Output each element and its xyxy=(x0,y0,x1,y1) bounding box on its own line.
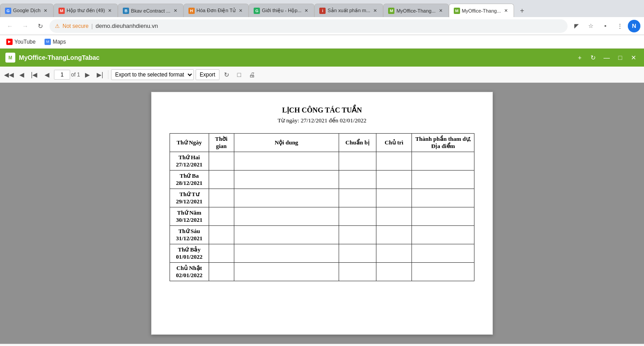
bookmark-maps[interactable]: M Maps xyxy=(42,38,68,46)
day-cell-1: Thứ Ba 28/12/2021 xyxy=(170,171,209,189)
url-separator: | xyxy=(91,22,93,29)
tab-myoffice1[interactable]: M MyOffice-Thang... ✕ xyxy=(383,4,448,17)
day-name-1: Thứ Ba xyxy=(180,172,199,179)
participants-cell-6 xyxy=(412,263,474,281)
bookmark-button[interactable]: ☆ xyxy=(585,20,597,32)
tab-close-google[interactable]: ✕ xyxy=(42,8,49,14)
tab-intro[interactable]: G Giới thiệu - Hộp... ✕ xyxy=(249,4,314,17)
browser-chrome: G Google Dịch ✕ M Hộp thư đến (49) ✕ B B… xyxy=(0,0,644,346)
export-button[interactable]: Export xyxy=(196,69,219,80)
minimize-button[interactable]: — xyxy=(602,53,612,63)
day-name-5: Thứ Bảy xyxy=(178,246,201,253)
content-cell-6 xyxy=(234,263,339,281)
new-tab-button[interactable]: + xyxy=(516,4,528,17)
tab-sanxuat[interactable]: i Sản xuất phần m... ✕ xyxy=(314,4,383,17)
extensions-button[interactable]: ▪ xyxy=(599,20,612,32)
not-secure-label: Not secure xyxy=(63,23,89,29)
bookmark-favicon-maps: M xyxy=(45,39,51,45)
document-subtitle: Từ ngày: 27/12/2021 đến 02/01/2022 xyxy=(170,117,474,124)
tab-label-myoffice2: MyOffice-Thang... xyxy=(462,8,501,13)
time-cell-3 xyxy=(209,207,234,226)
schedule-table: Thứ Ngày Thời gian Nội dung Chuẩn bị Chủ… xyxy=(170,133,474,281)
participants-cell-2 xyxy=(412,189,474,207)
url-bar[interactable]: ⚠ Not secure | demo.dieuhanhdienu.vn xyxy=(49,19,568,33)
menu-button[interactable]: ⋮ xyxy=(613,20,626,32)
fullscreen-button[interactable]: □ xyxy=(234,69,245,80)
close-button[interactable]: ✕ xyxy=(629,53,639,63)
tab-label-hoadon: Hóa Đơn Điện Tử xyxy=(197,8,236,13)
bookmark-youtube[interactable]: ▶ YouTube xyxy=(4,38,38,46)
time-cell-4 xyxy=(209,226,234,244)
tab-bkav[interactable]: B Bkav eContract ... ✕ xyxy=(118,4,183,17)
tab-close-bkav[interactable]: ✕ xyxy=(172,8,179,14)
refresh-report-button[interactable]: ↻ xyxy=(221,69,232,80)
header-chair: Chủ trì xyxy=(376,134,412,152)
tab-bar: G Google Dịch ✕ M Hộp thư đến (49) ✕ B B… xyxy=(0,0,644,17)
tab-close-gmail[interactable]: ✕ xyxy=(107,8,113,14)
tab-favicon-bkav: B xyxy=(123,8,129,14)
maximize-button[interactable]: □ xyxy=(615,53,625,63)
tab-hoadon[interactable]: H Hóa Đơn Điện Tử ✕ xyxy=(183,4,249,17)
export-format-select[interactable]: Export to the selected format PDF Excel … xyxy=(111,69,194,80)
content-area: LỊCH CÔNG TÁC TUẦN Từ ngày: 27/12/2021 đ… xyxy=(0,83,644,344)
first-page-button[interactable]: ◀◀ xyxy=(4,69,14,80)
prepare-cell-2 xyxy=(339,189,376,207)
participants-cell-0 xyxy=(412,152,474,171)
document-title: LỊCH CÔNG TÁC TUẦN xyxy=(170,106,474,114)
day-date-2: 29/12/2021 xyxy=(176,198,202,205)
forward-button[interactable]: → xyxy=(19,20,31,32)
last-page-button[interactable]: ▶| xyxy=(94,69,105,80)
first-page-button2[interactable]: |◀ xyxy=(29,69,40,80)
header-day: Thứ Ngày xyxy=(170,134,209,152)
app-title-container: M MyOffice-ThangLongTabac xyxy=(5,53,99,63)
content-cell-1 xyxy=(234,171,339,189)
profile-button[interactable]: N xyxy=(628,20,640,32)
print-button[interactable]: 🖨 xyxy=(246,69,257,80)
chair-cell-1 xyxy=(376,171,412,189)
cast-button[interactable]: ◤ xyxy=(570,20,583,32)
day-date-3: 30/12/2021 xyxy=(176,216,202,223)
tab-close-sanxuat[interactable]: ✕ xyxy=(372,8,378,14)
day-cell-6: Chủ Nhật 02/01/2022 xyxy=(170,263,209,281)
pin-button[interactable]: + xyxy=(575,53,585,63)
back-button[interactable]: ← xyxy=(4,20,16,32)
url-text: demo.dieuhanhdienu.vn xyxy=(95,22,562,29)
app-refresh-button[interactable]: ↻ xyxy=(588,53,598,63)
chair-cell-5 xyxy=(376,244,412,263)
tab-favicon-myoffice2: M xyxy=(454,8,460,14)
status-bar: /calendars/view?Id=d5f28762-0586-4403-82… xyxy=(0,344,644,346)
page-number-input[interactable] xyxy=(54,70,70,80)
participants-cell-4 xyxy=(412,226,474,244)
reload-button[interactable]: ↻ xyxy=(34,20,47,32)
tab-google-dich[interactable]: G Google Dịch ✕ xyxy=(0,4,54,17)
tab-close-hoadon[interactable]: ✕ xyxy=(237,8,244,14)
tab-close-myoffice1[interactable]: ✕ xyxy=(438,8,444,14)
prepare-cell-5 xyxy=(339,244,376,263)
tab-close-intro[interactable]: ✕ xyxy=(303,8,309,14)
tab-favicon-hoadon: H xyxy=(188,8,195,14)
next-page-button[interactable]: ▶ xyxy=(82,69,93,80)
content-cell-3 xyxy=(234,207,339,226)
participants-cell-3 xyxy=(412,207,474,226)
table-row: Chủ Nhật 02/01/2022 xyxy=(170,263,474,281)
table-row: Thứ Sáu 31/12/2021 xyxy=(170,226,474,244)
header-content: Nội dung xyxy=(234,134,339,152)
tab-close-myoffice2[interactable]: ✕ xyxy=(503,8,509,14)
bookmark-favicon-youtube: ▶ xyxy=(6,39,13,45)
tab-label-google: Google Dịch xyxy=(13,8,40,13)
tab-gmail[interactable]: M Hộp thư đến (49) ✕ xyxy=(54,4,118,17)
chair-cell-0 xyxy=(376,152,412,171)
prepare-cell-4 xyxy=(339,226,376,244)
day-cell-4: Thứ Sáu 31/12/2021 xyxy=(170,226,209,244)
time-cell-2 xyxy=(209,189,234,207)
tab-favicon-intro: G xyxy=(254,8,260,14)
page-navigation: of 1 xyxy=(54,70,80,80)
app-icon: M xyxy=(5,53,15,63)
tab-favicon-myoffice1: M xyxy=(388,8,394,14)
prev-page-button2[interactable]: ◀ xyxy=(41,69,52,80)
prev-page-button[interactable]: ◀ xyxy=(16,69,27,80)
day-name-2: Thứ Tư xyxy=(179,191,199,198)
toolbar: ◀◀ ◀ |◀ ◀ of 1 ▶ ▶| Export to the select… xyxy=(0,67,644,83)
table-row: Thứ Tư 29/12/2021 xyxy=(170,189,474,207)
tab-myoffice2[interactable]: M MyOffice-Thang... ✕ xyxy=(449,4,514,17)
